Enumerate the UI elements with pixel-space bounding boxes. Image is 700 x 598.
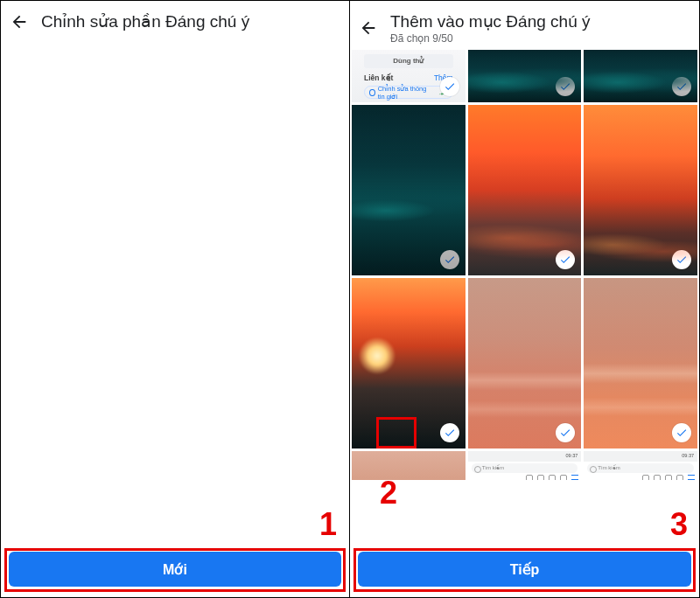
- photo-tile[interactable]: [584, 105, 697, 275]
- check-icon[interactable]: [440, 250, 459, 269]
- photo-tile[interactable]: [468, 278, 582, 448]
- bottom-bar: Tiếp: [350, 546, 699, 597]
- header: Thêm vào mục Đáng chú ý Đã chọn 9/50: [350, 1, 699, 50]
- panel-edit-featured: Chỉnh sửa phần Đáng chú ý Mới 1: [1, 1, 350, 597]
- page-title: Thêm vào mục Đáng chú ý: [390, 11, 590, 31]
- photo-tile[interactable]: [468, 105, 582, 275]
- check-icon[interactable]: [440, 77, 459, 96]
- photo-tile[interactable]: [352, 451, 466, 480]
- page-title: Chỉnh sửa phần Đáng chú ý: [41, 11, 249, 31]
- photo-grid: Dùng thử Liên kết Thêm Chỉnh sửa thông t…: [350, 50, 699, 546]
- photo-tile[interactable]: 09:37 Tìm kiếm: [584, 451, 697, 480]
- back-arrow-icon[interactable]: [10, 12, 29, 31]
- photo-tile[interactable]: [584, 278, 697, 448]
- check-icon[interactable]: [672, 423, 691, 442]
- check-icon[interactable]: [672, 77, 691, 96]
- selection-count: Đã chọn 9/50: [390, 32, 590, 45]
- photo-tile[interactable]: 09:37 Tìm kiếm: [468, 451, 582, 480]
- panel-add-featured: Thêm vào mục Đáng chú ý Đã chọn 9/50 Dùn…: [350, 1, 699, 597]
- check-icon[interactable]: [556, 77, 575, 96]
- annotation-box-2: [376, 417, 416, 448]
- search-bar: Tìm kiếm: [587, 463, 694, 473]
- search-bar: Tìm kiếm: [472, 463, 578, 473]
- photo-tile[interactable]: [468, 50, 582, 102]
- browser-slice: 09:37 Tìm kiếm: [468, 451, 582, 480]
- check-icon[interactable]: [556, 250, 575, 269]
- bottom-bar: Mới: [1, 546, 349, 597]
- browser-slice: 09:37 Tìm kiếm: [584, 451, 697, 480]
- links-label: Liên kết: [364, 73, 393, 82]
- check-icon[interactable]: [556, 423, 575, 442]
- empty-content: [1, 40, 349, 546]
- check-icon[interactable]: [440, 423, 459, 442]
- back-arrow-icon[interactable]: [359, 18, 378, 38]
- header: Chỉnh sửa phần Đáng chú ý: [1, 1, 349, 40]
- photo-tile[interactable]: [352, 278, 466, 448]
- photo-tile[interactable]: Dùng thử Liên kết Thêm Chỉnh sửa thông t…: [352, 50, 466, 102]
- next-button[interactable]: Tiếp: [358, 552, 691, 587]
- photo-tile[interactable]: [584, 50, 697, 102]
- new-button[interactable]: Mới: [9, 552, 341, 587]
- check-icon[interactable]: [672, 250, 691, 269]
- try-button-label: Dùng thử: [364, 54, 453, 68]
- photo-tile[interactable]: [352, 105, 466, 275]
